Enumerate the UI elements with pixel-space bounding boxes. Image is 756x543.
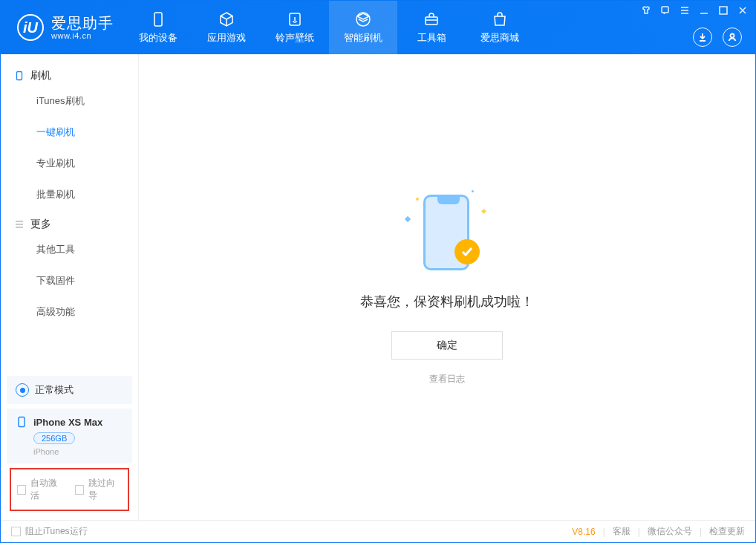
minimize-icon[interactable] (699, 5, 709, 16)
tab-label: 铃声壁纸 (276, 31, 314, 45)
sidebar-group-label: 更多 (30, 218, 51, 231)
tab-device[interactable]: 我的设备 (124, 1, 192, 54)
sidebar-bottom: 正常模式 iPhone XS Max 256GB iPhone 自动激活 (1, 370, 138, 520)
download-icon[interactable] (693, 27, 712, 47)
header-actions (693, 27, 742, 47)
check-label: 跳过向导 (88, 477, 122, 502)
tab-ring[interactable]: 铃声壁纸 (261, 1, 329, 54)
view-log-link[interactable]: 查看日志 (429, 373, 465, 386)
top-tabs: 我的设备 应用游戏 铃声壁纸 智能刷机 工具箱 爱思商城 (124, 1, 534, 54)
shirt-icon[interactable] (641, 5, 651, 16)
window-controls (641, 5, 748, 16)
tab-label: 工具箱 (417, 31, 446, 45)
sidebar-item-download[interactable]: 下载固件 (1, 265, 138, 296)
app-site: www.i4.cn (51, 31, 114, 40)
svg-rect-8 (19, 417, 25, 427)
sidebar-group-more: 更多 (1, 210, 138, 234)
sidebar-group-flash: 刷机 (1, 62, 138, 85)
footer-wechat-link[interactable]: 微信公众号 (648, 525, 692, 538)
mode-label: 正常模式 (35, 383, 74, 397)
maximize-icon[interactable] (718, 5, 729, 16)
highlighted-checks: 自动激活 跳过向导 (10, 468, 129, 511)
tab-label: 智能刷机 (344, 31, 382, 45)
sidebar-item-onekey[interactable]: 一键刷机 (1, 117, 138, 148)
toolbox-icon (423, 10, 440, 28)
titlebar: iU 爱思助手 www.i4.cn 我的设备 应用游戏 铃声壁纸 智能刷机 (1, 1, 755, 54)
list-icon (14, 219, 25, 230)
svg-rect-5 (720, 7, 727, 14)
sidebar-item-itunes[interactable]: iTunes刷机 (1, 85, 138, 117)
check-block-itunes[interactable]: 阻止iTunes运行 (11, 525, 88, 538)
svg-rect-4 (662, 7, 668, 13)
mode-card[interactable]: 正常模式 (7, 376, 132, 404)
feedback-icon[interactable] (660, 5, 671, 16)
checkbox-icon (75, 485, 84, 495)
tab-store[interactable]: 爱思商城 (466, 1, 534, 54)
music-icon (286, 10, 304, 28)
sidebar-item-other[interactable]: 其他工具 (1, 234, 138, 265)
sidebar: 刷机 iTunes刷机 一键刷机 专业刷机 批量刷机 更多 其他工具 下载固件 … (1, 54, 139, 520)
footer: 阻止iTunes运行 V8.16 | 客服 | 微信公众号 | 检查更新 (1, 520, 755, 542)
tab-tools[interactable]: 工具箱 (397, 1, 466, 54)
refresh-icon (354, 10, 372, 28)
check-auto-activate[interactable]: 自动激活 (17, 477, 65, 502)
sidebar-item-pro[interactable]: 专业刷机 (1, 148, 138, 179)
phone-small-icon (14, 71, 25, 81)
check-label: 自动激活 (30, 477, 64, 502)
logo: iU 爱思助手 www.i4.cn (1, 14, 124, 41)
logo-icon: iU (17, 14, 44, 41)
svg-rect-7 (17, 72, 22, 80)
sidebar-group-label: 刷机 (30, 69, 51, 82)
main-content: 恭喜您，保资料刷机成功啦！ 确定 查看日志 (139, 54, 755, 520)
sidebar-item-advanced[interactable]: 高级功能 (1, 296, 138, 328)
footer-update-link[interactable]: 检查更新 (709, 525, 745, 538)
svg-point-6 (731, 34, 734, 38)
version-label: V8.16 (572, 527, 595, 537)
cube-icon (218, 10, 235, 28)
svg-rect-3 (426, 17, 437, 25)
check-badge-icon (454, 239, 480, 264)
device-type: iPhone (33, 447, 123, 456)
check-skip-guide[interactable]: 跳过向导 (75, 477, 123, 502)
mode-dot-icon (16, 383, 29, 397)
close-icon[interactable] (737, 5, 748, 16)
ok-button[interactable]: 确定 (391, 331, 503, 360)
tab-flash[interactable]: 智能刷机 (329, 1, 397, 54)
success-illustration (403, 189, 492, 278)
device-card[interactable]: iPhone XS Max 256GB iPhone (7, 409, 132, 464)
phone-icon (149, 10, 167, 28)
check-label: 阻止iTunes运行 (25, 525, 88, 538)
tab-label: 爱思商城 (480, 31, 519, 45)
tab-apps[interactable]: 应用游戏 (192, 1, 261, 54)
bag-icon (491, 10, 509, 28)
checkbox-icon (11, 527, 21, 536)
device-name: iPhone XS Max (33, 417, 102, 428)
menu-icon[interactable] (680, 5, 690, 16)
tab-label: 我的设备 (139, 31, 177, 45)
tab-label: 应用游戏 (207, 31, 246, 45)
success-message: 恭喜您，保资料刷机成功啦！ (360, 293, 534, 310)
checkbox-icon (17, 485, 26, 495)
app-window: iU 爱思助手 www.i4.cn 我的设备 应用游戏 铃声壁纸 智能刷机 (0, 0, 756, 543)
user-icon[interactable] (723, 27, 742, 47)
body: 刷机 iTunes刷机 一键刷机 专业刷机 批量刷机 更多 其他工具 下载固件 … (1, 54, 755, 520)
sidebar-item-batch[interactable]: 批量刷机 (1, 179, 138, 210)
storage-badge: 256GB (33, 432, 75, 444)
footer-cs-link[interactable]: 客服 (613, 525, 630, 538)
app-title: 爱思助手 (51, 15, 114, 31)
device-icon (16, 416, 27, 428)
svg-rect-0 (154, 13, 162, 26)
